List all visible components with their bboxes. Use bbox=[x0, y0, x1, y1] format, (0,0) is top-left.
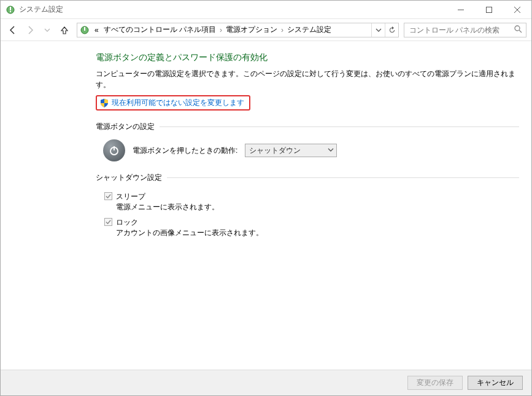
svg-rect-2 bbox=[10, 11, 11, 12]
power-button-row: 電源ボタンを押したときの動作: シャットダウン bbox=[96, 139, 519, 161]
refresh-button[interactable] bbox=[385, 23, 398, 37]
checkbox-row-lock: ロック アカウントの画像メニューに表示されます。 bbox=[104, 217, 519, 238]
sleep-checkbox[interactable] bbox=[104, 192, 112, 200]
lock-checkbox[interactable] bbox=[104, 218, 112, 226]
checkbox-row-sleep: スリープ 電源メニューに表示されます。 bbox=[104, 192, 519, 212]
content-area: 電源ボタンの定義とパスワード保護の有効化 コンピューターの電源設定を選択できます… bbox=[1, 41, 531, 370]
checkbox-label: ロック bbox=[116, 217, 263, 228]
svg-rect-8 bbox=[84, 27, 85, 31]
system-settings-window: システム設定 bbox=[0, 0, 532, 396]
up-button[interactable] bbox=[57, 23, 72, 37]
svg-rect-4 bbox=[487, 7, 492, 12]
breadcrumb: « すべてのコントロール パネル項目 › 電源オプション › システム設定 bbox=[92, 25, 334, 35]
divider bbox=[160, 126, 519, 127]
power-icon bbox=[103, 139, 125, 161]
cancel-button[interactable]: キャンセル bbox=[468, 376, 523, 390]
breadcrumb-item[interactable]: 電源オプション bbox=[223, 25, 280, 35]
close-button[interactable] bbox=[503, 1, 531, 18]
divider bbox=[167, 177, 519, 178]
nav-row: « すべてのコントロール パネル項目 › 電源オプション › システム設定 bbox=[1, 19, 531, 41]
select-value: シャットダウン bbox=[249, 146, 301, 156]
titlebar: システム設定 bbox=[1, 1, 531, 19]
page-title: 電源ボタンの定義とパスワード保護の有効化 bbox=[96, 52, 519, 63]
change-unavailable-settings-link[interactable]: 現在利用可能ではない設定を変更します bbox=[112, 98, 244, 108]
forward-button[interactable] bbox=[23, 23, 37, 37]
checkbox-sublabel: 電源メニューに表示されます。 bbox=[116, 202, 219, 212]
search-input[interactable] bbox=[408, 25, 514, 35]
admin-settings-highlight: 現在利用可能ではない設定を変更します bbox=[96, 95, 250, 111]
window-controls bbox=[447, 1, 531, 18]
save-button[interactable]: 変更の保存 bbox=[407, 376, 463, 390]
group-header: 電源ボタンの設定 bbox=[96, 122, 519, 132]
shutdown-settings-group: シャットダウン設定 スリープ 電源メニューに表示されます。 bbox=[96, 173, 519, 238]
breadcrumb-item[interactable]: システム設定 bbox=[285, 25, 334, 35]
power-button-action-select[interactable]: シャットダウン bbox=[245, 144, 337, 157]
address-icon bbox=[80, 25, 90, 35]
svg-line-10 bbox=[519, 30, 522, 33]
power-button-group: 電源ボタンの設定 電源ボタンを押したときの動作: シャットダウン bbox=[96, 122, 519, 161]
maximize-button[interactable] bbox=[475, 1, 503, 18]
app-icon bbox=[6, 5, 15, 15]
power-button-action-label: 電源ボタンを押したときの動作: bbox=[133, 146, 237, 156]
group-label: 電源ボタンの設定 bbox=[96, 122, 155, 132]
chevron-down-icon bbox=[328, 146, 334, 155]
search-icon[interactable] bbox=[514, 25, 522, 35]
button-bar: 変更の保存 キャンセル bbox=[1, 370, 531, 395]
search-box[interactable] bbox=[404, 23, 526, 37]
shield-icon bbox=[99, 98, 109, 108]
page-description: コンピューターの電源設定を選択できます。このページの設定に対して行う変更は、お使… bbox=[96, 68, 519, 90]
window-title: システム設定 bbox=[19, 4, 63, 15]
chevron-right-icon: › bbox=[280, 26, 285, 34]
group-header: シャットダウン設定 bbox=[96, 173, 519, 183]
address-bar[interactable]: « すべてのコントロール パネル項目 › 電源オプション › システム設定 bbox=[77, 23, 399, 37]
back-button[interactable] bbox=[6, 23, 20, 37]
recent-dropdown[interactable] bbox=[40, 23, 55, 37]
checkbox-sublabel: アカウントの画像メニューに表示されます。 bbox=[116, 228, 263, 238]
minimize-button[interactable] bbox=[447, 1, 475, 18]
chevron-right-icon: › bbox=[218, 26, 223, 34]
breadcrumb-item[interactable]: すべてのコントロール パネル項目 bbox=[101, 25, 218, 35]
group-label: シャットダウン設定 bbox=[96, 173, 162, 183]
breadcrumb-prefix: « bbox=[92, 26, 101, 34]
svg-point-9 bbox=[515, 26, 520, 31]
address-dropdown[interactable] bbox=[371, 23, 385, 37]
svg-rect-1 bbox=[10, 7, 11, 10]
checkbox-label: スリープ bbox=[116, 192, 219, 202]
